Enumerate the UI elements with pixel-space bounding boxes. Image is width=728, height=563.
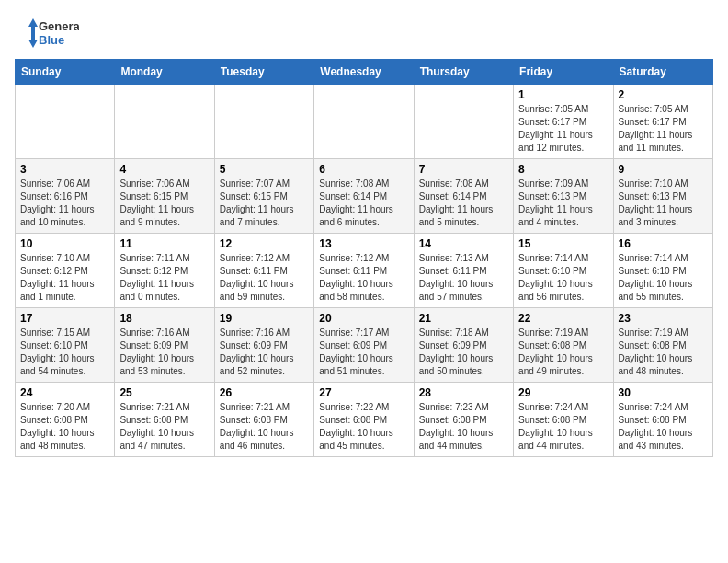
day-info: Sunrise: 7:19 AMSunset: 6:08 PMDaylight:… [619,327,708,378]
day-number: 22 [518,312,608,325]
day-info: Sunrise: 7:10 AMSunset: 6:13 PMDaylight:… [619,178,708,229]
day-info: Sunrise: 7:18 AMSunset: 6:09 PMDaylight:… [419,327,508,378]
day-number: 18 [119,312,209,325]
calendar-cell: 9Sunrise: 7:10 AMSunset: 6:13 PMDaylight… [613,159,712,234]
day-number: 9 [619,163,708,176]
calendar-cell: 3Sunrise: 7:06 AMSunset: 6:16 PMDaylight… [16,159,115,234]
day-info: Sunrise: 7:13 AMSunset: 6:11 PMDaylight:… [419,252,508,304]
day-number: 30 [619,386,708,399]
day-number: 16 [619,237,708,250]
day-number: 1 [518,88,608,101]
day-number: 23 [619,312,708,325]
weekday-wednesday: Wednesday [314,60,414,85]
day-number: 7 [419,163,508,176]
calendar-cell [16,85,115,159]
day-info: Sunrise: 7:05 AMSunset: 6:17 PMDaylight:… [619,103,708,155]
day-info: Sunrise: 7:20 AMSunset: 6:08 PMDaylight:… [20,401,109,453]
calendar-cell: 18Sunrise: 7:16 AMSunset: 6:09 PMDayligh… [115,308,214,383]
day-info: Sunrise: 7:11 AMSunset: 6:12 PMDaylight:… [119,252,209,304]
calendar-cell: 23Sunrise: 7:19 AMSunset: 6:08 PMDayligh… [613,308,712,383]
weekday-thursday: Thursday [414,60,513,85]
day-number: 28 [419,386,508,399]
svg-text:General: General [39,19,79,33]
day-number: 26 [220,386,309,399]
calendar-cell: 29Sunrise: 7:24 AMSunset: 6:08 PMDayligh… [514,383,613,457]
day-info: Sunrise: 7:21 AMSunset: 6:08 PMDaylight:… [220,401,309,453]
calendar-cell: 21Sunrise: 7:18 AMSunset: 6:09 PMDayligh… [414,308,513,383]
calendar-cell [115,85,214,159]
calendar-cell: 30Sunrise: 7:24 AMSunset: 6:08 PMDayligh… [613,383,712,457]
day-number: 29 [518,386,608,399]
calendar-cell: 22Sunrise: 7:19 AMSunset: 6:08 PMDayligh… [514,308,613,383]
day-number: 3 [20,163,109,176]
weekday-monday: Monday [115,60,214,85]
day-number: 25 [119,386,209,399]
logo: General Blue [15,15,79,52]
calendar-cell: 5Sunrise: 7:07 AMSunset: 6:15 PMDaylight… [214,159,313,234]
day-number: 13 [319,237,408,250]
calendar-cell: 2Sunrise: 7:05 AMSunset: 6:17 PMDaylight… [613,85,712,159]
day-number: 11 [119,237,209,250]
day-info: Sunrise: 7:24 AMSunset: 6:08 PMDaylight:… [518,401,608,453]
day-info: Sunrise: 7:08 AMSunset: 6:14 PMDaylight:… [419,178,508,229]
day-info: Sunrise: 7:19 AMSunset: 6:08 PMDaylight:… [518,327,608,378]
calendar-cell: 24Sunrise: 7:20 AMSunset: 6:08 PMDayligh… [16,383,115,457]
calendar-week-2: 3Sunrise: 7:06 AMSunset: 6:16 PMDaylight… [16,159,713,234]
day-info: Sunrise: 7:05 AMSunset: 6:17 PMDaylight:… [518,103,608,155]
calendar-cell [214,85,313,159]
day-info: Sunrise: 7:15 AMSunset: 6:10 PMDaylight:… [20,327,109,378]
calendar-cell: 27Sunrise: 7:22 AMSunset: 6:08 PMDayligh… [314,383,414,457]
calendar-cell: 8Sunrise: 7:09 AMSunset: 6:13 PMDaylight… [514,159,613,234]
day-info: Sunrise: 7:14 AMSunset: 6:10 PMDaylight:… [518,252,608,304]
day-number: 6 [319,163,408,176]
day-info: Sunrise: 7:10 AMSunset: 6:12 PMDaylight:… [20,252,109,304]
day-number: 10 [20,237,109,250]
calendar-week-1: 1Sunrise: 7:05 AMSunset: 6:17 PMDaylight… [16,85,713,159]
calendar-cell: 7Sunrise: 7:08 AMSunset: 6:14 PMDaylight… [414,159,513,234]
day-info: Sunrise: 7:17 AMSunset: 6:09 PMDaylight:… [319,327,408,378]
calendar-cell: 20Sunrise: 7:17 AMSunset: 6:09 PMDayligh… [314,308,414,383]
day-info: Sunrise: 7:06 AMSunset: 6:15 PMDaylight:… [119,178,209,229]
day-number: 17 [20,312,109,325]
calendar-week-4: 17Sunrise: 7:15 AMSunset: 6:10 PMDayligh… [16,308,713,383]
calendar-cell [414,85,513,159]
calendar-cell: 26Sunrise: 7:21 AMSunset: 6:08 PMDayligh… [214,383,313,457]
day-info: Sunrise: 7:16 AMSunset: 6:09 PMDaylight:… [220,327,309,378]
day-number: 15 [518,237,608,250]
calendar-cell: 13Sunrise: 7:12 AMSunset: 6:11 PMDayligh… [314,234,414,308]
calendar-cell: 25Sunrise: 7:21 AMSunset: 6:08 PMDayligh… [115,383,214,457]
calendar-cell: 12Sunrise: 7:12 AMSunset: 6:11 PMDayligh… [214,234,313,308]
day-number: 20 [319,312,408,325]
calendar-cell: 11Sunrise: 7:11 AMSunset: 6:12 PMDayligh… [115,234,214,308]
day-number: 5 [220,163,309,176]
svg-marker-2 [28,18,38,48]
calendar-cell: 15Sunrise: 7:14 AMSunset: 6:10 PMDayligh… [514,234,613,308]
day-info: Sunrise: 7:06 AMSunset: 6:16 PMDaylight:… [20,178,109,229]
calendar-cell: 14Sunrise: 7:13 AMSunset: 6:11 PMDayligh… [414,234,513,308]
day-number: 2 [619,88,708,101]
calendar-cell: 16Sunrise: 7:14 AMSunset: 6:10 PMDayligh… [613,234,712,308]
day-info: Sunrise: 7:23 AMSunset: 6:08 PMDaylight:… [419,401,508,453]
day-info: Sunrise: 7:16 AMSunset: 6:09 PMDaylight:… [119,327,209,378]
weekday-tuesday: Tuesday [214,60,313,85]
day-number: 19 [220,312,309,325]
weekday-sunday: Sunday [16,60,115,85]
day-number: 27 [319,386,408,399]
day-info: Sunrise: 7:14 AMSunset: 6:10 PMDaylight:… [619,252,708,304]
calendar-cell: 4Sunrise: 7:06 AMSunset: 6:15 PMDaylight… [115,159,214,234]
svg-text:Blue: Blue [39,33,64,47]
day-number: 21 [419,312,508,325]
calendar-cell: 17Sunrise: 7:15 AMSunset: 6:10 PMDayligh… [16,308,115,383]
weekday-header: SundayMondayTuesdayWednesdayThursdayFrid… [16,60,713,85]
day-info: Sunrise: 7:21 AMSunset: 6:08 PMDaylight:… [119,401,209,453]
calendar-cell: 10Sunrise: 7:10 AMSunset: 6:12 PMDayligh… [16,234,115,308]
calendar-cell: 1Sunrise: 7:05 AMSunset: 6:17 PMDaylight… [514,85,613,159]
day-info: Sunrise: 7:24 AMSunset: 6:08 PMDaylight:… [619,401,708,453]
calendar-week-5: 24Sunrise: 7:20 AMSunset: 6:08 PMDayligh… [16,383,713,457]
calendar-cell: 28Sunrise: 7:23 AMSunset: 6:08 PMDayligh… [414,383,513,457]
day-number: 14 [419,237,508,250]
header: General Blue [15,15,713,52]
day-info: Sunrise: 7:12 AMSunset: 6:11 PMDaylight:… [319,252,408,304]
day-number: 12 [220,237,309,250]
calendar-cell: 6Sunrise: 7:08 AMSunset: 6:14 PMDaylight… [314,159,414,234]
